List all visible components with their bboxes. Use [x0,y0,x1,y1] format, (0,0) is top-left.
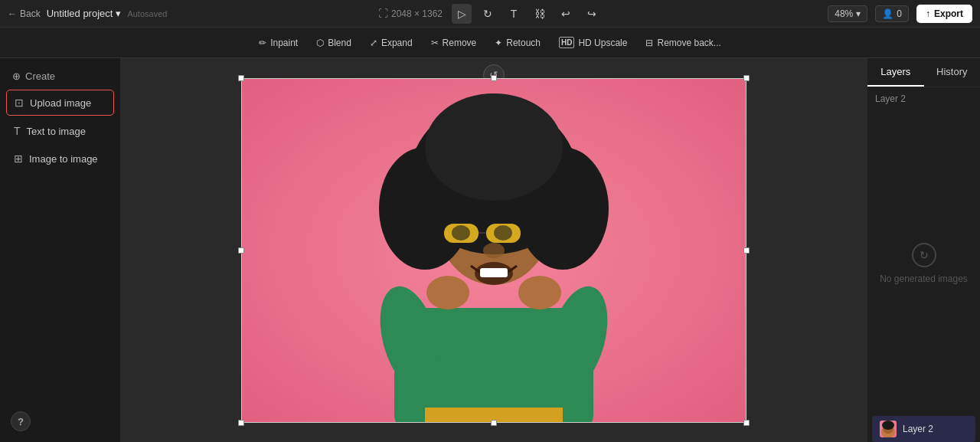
upload-image-icon: ⊡ [15,97,24,109]
user-badge[interactable]: 👤 0 [875,5,909,22]
main-area: ⊕ Create ⊡ Upload image T Text to image … [0,58,980,442]
text-to-image-icon: T [14,125,21,137]
layer-thumb-svg [880,421,897,437]
svg-point-7 [518,276,561,309]
svg-point-25 [882,421,894,430]
svg-point-6 [426,276,469,309]
layer-item[interactable]: Layer 2 [872,416,975,442]
topbar-center: ⛶ 2048 × 1362 ▷ ↻ T ⛓ ↩ ↪ [378,4,602,24]
retouch-label: Retouch [506,38,541,48]
text-tool-icon[interactable]: T [504,4,524,24]
upload-image-label: Upload image [30,97,91,109]
handle-bottom-right[interactable] [743,420,750,426]
zoom-control[interactable]: 48% ▾ [828,5,867,22]
dimensions-text: 2048 × 1362 [391,8,443,19]
rotate-tool-icon[interactable]: ↻ [478,4,498,24]
undo-icon[interactable]: ↩ [556,4,576,24]
user-icon: 👤 [882,8,893,19]
zoom-level-text: 48% [835,8,853,19]
layer-item-name: Layer 2 [903,424,933,434]
upscale-button[interactable]: HD HD Upscale [551,33,635,52]
handle-top-left[interactable] [238,75,244,81]
right-sidebar-tabs: Layers History [867,58,980,87]
link-tool-icon[interactable]: ⛓ [530,4,550,24]
topbar: ← Back Untitled project ▾ Autosaved ⛶ 20… [0,0,980,28]
image-to-image-icon: ⊞ [14,152,23,165]
inpaint-icon: ✏ [259,38,266,48]
retouch-button[interactable]: ✦ Retouch [487,34,548,52]
tab-layers[interactable]: Layers [867,58,924,87]
svg-rect-21 [480,268,508,277]
autosaved-label: Autosaved [127,9,167,18]
canvas-image-wrapper[interactable]: ↺ [241,78,746,423]
svg-point-19 [483,243,505,258]
remove-label: Remove [443,38,477,48]
canvas-area: ↺ [121,58,867,442]
expand-icon: ⤢ [370,38,377,48]
help-button[interactable]: ? [11,411,31,431]
sidebar-item-upload-image[interactable]: ⊡ Upload image [6,90,114,116]
no-generated-label: No generated images [880,273,968,284]
remove-bg-icon: ⊟ [645,38,653,48]
help-question-mark: ? [18,416,24,427]
canvas-dimensions: ⛶ 2048 × 1362 [378,8,443,19]
back-arrow-icon: ← [8,8,17,19]
layers-content: Layer 2 ↻ No generated images Layer 2 [867,87,980,442]
project-name[interactable]: Untitled project ▾ [47,8,122,19]
photo-svg [241,78,746,423]
create-label: Create [25,70,55,82]
right-sidebar: Layers History Layer 2 ↻ No generated im… [867,58,980,442]
upscale-icon: HD [559,37,574,48]
zoom-chevron-icon: ▾ [856,8,861,19]
tab-history[interactable]: History [924,58,981,87]
create-header: ⊕ Create [6,66,114,87]
layer-thumbnail [880,421,897,437]
user-count: 0 [897,8,902,19]
inpaint-label: Inpaint [270,38,298,48]
no-generated-area: ↻ No generated images [867,110,980,416]
export-button[interactable]: ↑ Export [916,5,972,23]
sidebar-item-image-to-image[interactable]: ⊞ Image to image [6,146,114,171]
select-tool-icon[interactable]: ▷ [452,4,472,24]
svg-point-17 [452,225,470,241]
project-name-chevron-icon: ▾ [116,8,121,19]
back-button[interactable]: ← Back [8,8,41,19]
layer-section-text: Layer 2 [875,93,906,104]
create-plus-icon: ⊕ [12,70,21,82]
upscale-label: HD Upscale [578,38,627,48]
remove-back-label: Remove back... [657,38,720,48]
toolbar: ✏ Inpaint ⬡ Blend ⤢ Expand ✂ Remove ✦ Re… [0,28,980,58]
export-label: Export [934,8,963,19]
image-to-image-label: Image to image [29,153,98,165]
topbar-right: 48% ▾ 👤 0 ↑ Export [828,5,972,23]
handle-middle-left[interactable] [238,247,244,254]
handle-bottom-left[interactable] [238,420,244,426]
remove-bg-button[interactable]: ⊟ Remove back... [638,34,728,52]
layer-section-header: Layer 2 [867,87,980,110]
left-sidebar: ⊕ Create ⊡ Upload image T Text to image … [0,58,121,442]
handle-bottom-middle[interactable] [491,420,497,426]
remove-icon: ✂ [431,38,439,48]
svg-point-18 [494,225,512,241]
blend-button[interactable]: ⬡ Blend [309,34,359,52]
text-to-image-label: Text to image [27,126,86,137]
canvas-image [241,78,746,423]
inpaint-button[interactable]: ✏ Inpaint [251,34,305,52]
resize-icon: ⛶ [378,8,388,19]
history-tab-label: History [936,66,967,77]
redo-icon[interactable]: ↪ [582,4,602,24]
blend-icon: ⬡ [316,38,324,48]
handle-top-right[interactable] [743,75,750,81]
export-icon: ↑ [926,8,930,19]
svg-point-13 [425,93,563,201]
layers-tab-label: Layers [880,66,910,77]
sidebar-item-text-to-image[interactable]: T Text to image [6,119,114,143]
expand-label: Expand [381,38,413,48]
project-name-text: Untitled project [47,8,113,19]
expand-button[interactable]: ⤢ Expand [362,34,420,52]
remove-button[interactable]: ✂ Remove [423,34,485,52]
blend-label: Blend [328,38,351,48]
topbar-left: ← Back Untitled project ▾ Autosaved [8,8,167,19]
handle-top-middle[interactable] [491,75,497,81]
handle-middle-right[interactable] [743,247,750,254]
